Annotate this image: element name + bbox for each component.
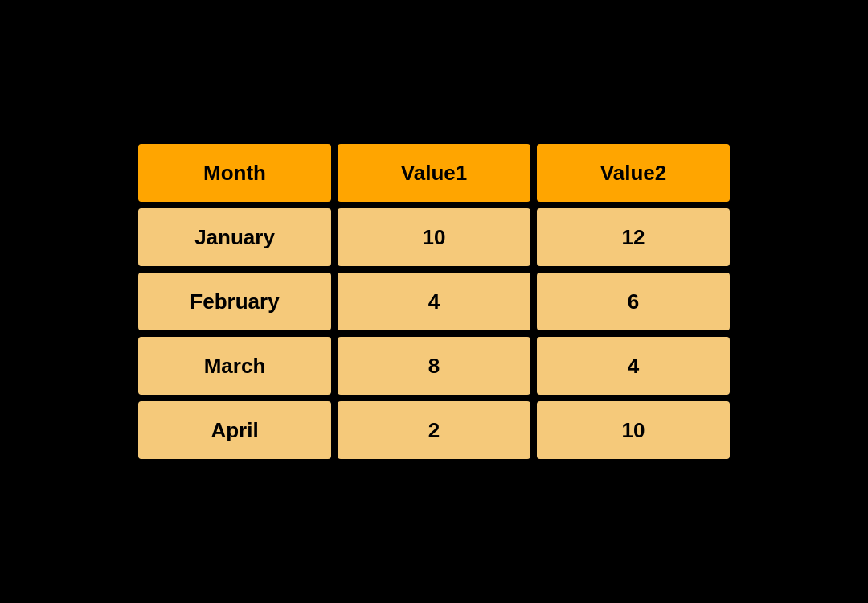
month-cell: April (138, 401, 331, 459)
month-cell: February (138, 273, 331, 330)
header-row: Month Value1 Value2 (138, 144, 730, 202)
data-table: Month Value1 Value2 January 10 12 Februa… (138, 144, 730, 459)
table-row: February 4 6 (138, 273, 730, 330)
table-row: April 2 10 (138, 401, 730, 459)
value1-cell: 4 (338, 273, 530, 330)
month-header: Month (138, 144, 331, 202)
table-row: March 8 4 (138, 337, 730, 395)
value2-cell: 10 (537, 401, 730, 459)
table-row: January 10 12 (138, 208, 730, 266)
month-cell: March (138, 337, 331, 395)
value1-cell: 8 (338, 337, 530, 395)
value2-cell: 6 (537, 273, 730, 330)
value2-header: Value2 (537, 144, 730, 202)
value2-cell: 12 (537, 208, 730, 266)
value1-header: Value1 (338, 144, 530, 202)
value2-cell: 4 (537, 337, 730, 395)
value1-cell: 10 (338, 208, 530, 266)
value1-cell: 2 (338, 401, 530, 459)
month-cell: January (138, 208, 331, 266)
